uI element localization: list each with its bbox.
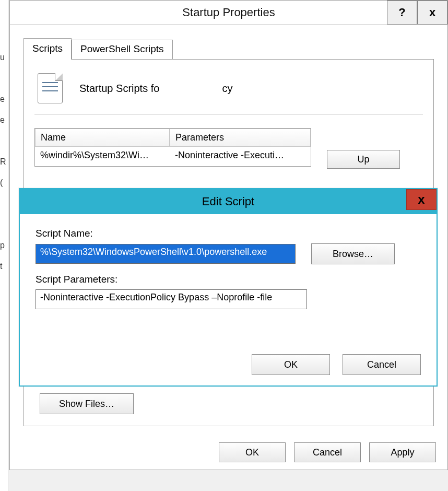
- row-parameters-cell: -Noninteractive -Executi…: [170, 147, 311, 166]
- edit-script-ok-button[interactable]: OK: [252, 354, 330, 375]
- script-parameters-input[interactable]: -Noninteractive -ExecutionPolicy Bypass …: [36, 289, 307, 309]
- help-button[interactable]: ?: [387, 1, 417, 25]
- edit-script-close-button[interactable]: x: [406, 189, 437, 210]
- apply-button[interactable]: Apply: [369, 442, 436, 462]
- show-files-button[interactable]: Show Files…: [40, 393, 134, 414]
- tab-scripts[interactable]: Scripts: [23, 38, 72, 60]
- ok-button[interactable]: OK: [219, 442, 286, 462]
- edit-script-dialog: Edit Script x Script Name: %\System32\Wi…: [19, 188, 438, 387]
- divider: [34, 114, 423, 114]
- startup-properties-title: Startup Properties: [182, 6, 275, 19]
- script-parameters-label: Script Parameters:: [36, 274, 421, 285]
- browse-button[interactable]: Browse…: [311, 243, 395, 264]
- startup-properties-titlebar: Startup Properties ? x: [10, 1, 447, 25]
- tabs: Scripts PowerShell Scripts: [23, 37, 434, 59]
- up-button[interactable]: Up: [327, 150, 400, 169]
- script-name-label: Script Name:: [36, 228, 421, 239]
- edit-script-footer: OK Cancel: [252, 354, 421, 375]
- edit-script-titlebar: Edit Script x: [20, 189, 437, 214]
- close-button[interactable]: x: [417, 1, 447, 25]
- scripts-listview[interactable]: Name Parameters %windir%\System32\Wi… -N…: [34, 128, 311, 167]
- row-name-cell: %windir%\System32\Wi…: [35, 147, 170, 166]
- panel-header-text: Startup Scripts fo cy: [79, 83, 232, 95]
- cancel-button[interactable]: Cancel: [294, 442, 361, 462]
- table-row[interactable]: %windir%\System32\Wi… -Noninteractive -E…: [35, 147, 311, 166]
- script-name-input[interactable]: %\System32\WindowsPowerShell\v1.0\powers…: [36, 244, 296, 264]
- column-header-parameters[interactable]: Parameters: [170, 128, 311, 147]
- edit-script-title: Edit Script: [202, 195, 254, 208]
- edit-script-cancel-button[interactable]: Cancel: [343, 354, 421, 375]
- background-tree-hints: ueeR(pt: [0, 0, 8, 491]
- script-file-icon: [38, 73, 63, 103]
- parent-dialog-footer: OK Cancel Apply: [219, 442, 436, 462]
- listview-header: Name Parameters: [35, 128, 311, 147]
- column-header-name[interactable]: Name: [35, 128, 170, 147]
- tab-powershell-scripts[interactable]: PowerShell Scripts: [72, 40, 172, 59]
